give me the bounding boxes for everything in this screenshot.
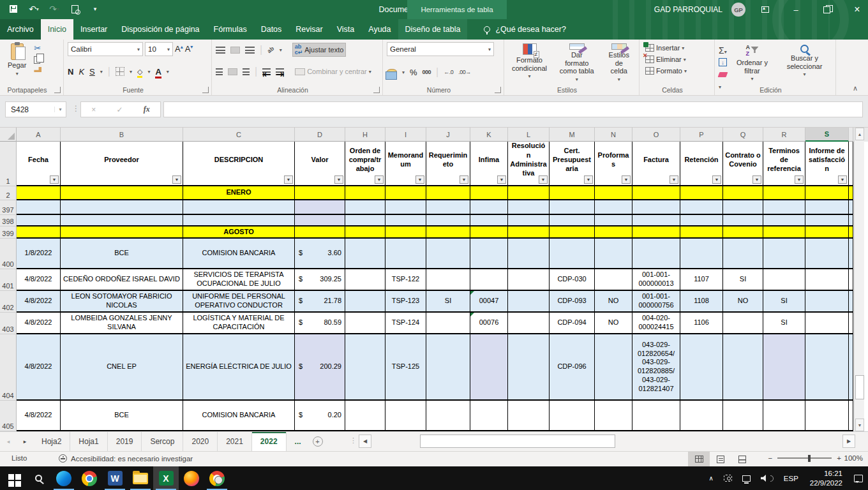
cell-J397[interactable] — [426, 200, 470, 215]
cell-I400[interactable] — [385, 239, 426, 269]
cell-L397[interactable] — [508, 200, 550, 215]
name-box[interactable]: S428 ▾ — [5, 101, 66, 117]
font-dialog-launcher[interactable] — [202, 87, 209, 93]
cell-R399[interactable] — [763, 226, 805, 239]
ribbon-tab-diseño-de-tabla[interactable]: Diseño de tabla — [398, 19, 468, 40]
ribbon-tab-inicio[interactable]: Inicio — [41, 19, 73, 40]
table-header-L[interactable]: Resolución Administrativa▼ — [508, 142, 550, 186]
table-header-H[interactable]: Orden de compra/trabajo▼ — [345, 142, 385, 186]
orientation-icon[interactable]: ab — [266, 45, 275, 54]
cell-O401[interactable]: 001-​001-​000000013 — [632, 269, 680, 291]
hscroll-left-icon[interactable]: ◀ — [359, 434, 371, 448]
cancel-icon[interactable]: × — [91, 105, 96, 114]
filter-button[interactable]: ▼ — [334, 175, 343, 184]
minimize-icon[interactable]: – — [785, 0, 807, 19]
cell-H403[interactable] — [345, 313, 385, 334]
cell-B397[interactable] — [61, 200, 183, 215]
cell-R402[interactable]: SI — [763, 291, 805, 313]
row-header-404[interactable]: 404 — [0, 334, 17, 401]
cell-P405[interactable] — [680, 401, 723, 431]
cell-I401[interactable]: TSP-​122 — [385, 269, 426, 291]
merge-center-button[interactable]: Combinar y centrar▾ — [293, 67, 373, 76]
action-center-icon[interactable] — [849, 466, 868, 490]
cell-D403[interactable]: $80.59 — [295, 313, 345, 334]
bold-button[interactable]: N — [68, 67, 73, 77]
sheetbar-grip[interactable]: ⋮ — [350, 436, 357, 445]
column-header-B[interactable]: B — [61, 128, 183, 142]
sheet-nav-left-icon[interactable]: ◂ — [0, 432, 17, 451]
filter-button[interactable]: ▼ — [460, 175, 468, 184]
ribbon-tab-revisar[interactable]: Revisar — [288, 19, 329, 40]
copy-icon[interactable] — [34, 56, 40, 64]
cell-L404[interactable] — [508, 334, 550, 401]
cell-P397[interactable] — [680, 200, 723, 215]
format-painter-icon[interactable] — [34, 67, 41, 72]
account-name[interactable]: GAD PARROQUIAL — [654, 5, 722, 14]
cell-A402[interactable]: 4/​8/​2022 — [17, 291, 61, 313]
cell-Q397[interactable] — [723, 200, 763, 215]
cell-Q399[interactable] — [723, 226, 763, 239]
cell-M399[interactable] — [550, 226, 595, 239]
cell-Q402[interactable]: NO — [723, 291, 763, 313]
cell-M2[interactable] — [550, 186, 595, 200]
ribbon-tab-fórmulas[interactable]: Fórmulas — [207, 19, 254, 40]
table-header-C[interactable]: DESCRIPCION▼ — [183, 142, 295, 186]
cell-M404[interactable]: CDP-​096 — [550, 334, 595, 401]
row-header-403[interactable]: 403 — [0, 313, 17, 334]
borders-icon[interactable] — [116, 67, 124, 76]
taskbar-firefox-icon[interactable] — [179, 466, 204, 490]
cell-S401[interactable] — [805, 269, 849, 291]
cell-B400[interactable]: BCE — [61, 239, 183, 269]
increase-font-icon[interactable]: A▴ — [175, 44, 183, 54]
format-as-table-button[interactable]: Dar formato como tabla▾ — [555, 42, 599, 84]
delete-cells-button[interactable]: Eliminar▾ — [643, 55, 710, 64]
cell-A404[interactable]: 4/​8/​2022 — [17, 334, 61, 401]
tray-expand-icon[interactable]: ∧ — [703, 466, 718, 490]
sheet-tab-2021[interactable]: 2021 — [218, 432, 252, 451]
cell-B405[interactable]: BCE — [61, 401, 183, 431]
cell-A398[interactable] — [17, 215, 61, 226]
filter-button[interactable]: ▼ — [670, 175, 678, 184]
cell-S397[interactable] — [805, 200, 849, 215]
cell-R398[interactable] — [763, 215, 805, 226]
insert-function-icon[interactable]: fx — [144, 105, 150, 114]
column-header-P[interactable]: P — [680, 128, 723, 142]
column-header-L[interactable]: L — [508, 128, 550, 142]
cell-L400[interactable] — [508, 239, 550, 269]
cell-N398[interactable] — [595, 215, 632, 226]
taskbar-excel-icon[interactable]: X — [153, 466, 179, 490]
cell-K405[interactable] — [470, 401, 508, 431]
ribbon-tab-insertar[interactable]: Insertar — [73, 19, 114, 40]
font-name-combo[interactable]: Calibri▾ — [68, 42, 143, 56]
cell-K402[interactable]: 00047 — [470, 291, 508, 313]
cell-J405[interactable] — [426, 401, 470, 431]
cell-M398[interactable] — [550, 215, 595, 226]
table-header-N[interactable]: Proformas▼ — [595, 142, 632, 186]
cell-K399[interactable] — [470, 226, 508, 239]
align-bottom-icon[interactable] — [245, 47, 255, 54]
column-header-K[interactable]: K — [470, 128, 508, 142]
filter-button[interactable]: ▼ — [415, 175, 424, 184]
sheet-nav-right-icon[interactable]: ▸ — [17, 432, 33, 451]
align-top-icon[interactable] — [216, 47, 225, 54]
cell-P404[interactable] — [680, 334, 723, 401]
cell-K2[interactable] — [470, 186, 508, 200]
fill-icon[interactable]: ↓ — [719, 58, 727, 66]
cell-K401[interactable] — [470, 269, 508, 291]
sheet-tab-overflow[interactable]: ... — [287, 432, 310, 451]
cell-J2[interactable] — [426, 186, 470, 200]
table-header-S[interactable]: Informe de satisfacción▼ — [805, 142, 849, 186]
insert-cells-button[interactable]: Insertar▾ — [643, 43, 710, 52]
scroll-up-icon[interactable]: ▲ — [855, 128, 864, 140]
conditional-formatting-button[interactable]: Formato condicional▾ — [508, 42, 551, 84]
sort-filter-button[interactable]: AZ Ordenar y filtrar▾ — [731, 43, 774, 84]
cell-O2[interactable] — [632, 186, 680, 200]
collapse-ribbon-icon[interactable]: ∧ — [853, 84, 858, 93]
filter-button[interactable]: ▼ — [584, 175, 593, 184]
cell-B399[interactable] — [61, 226, 183, 239]
zoom-percent[interactable]: 100% — [844, 454, 863, 462]
italic-button[interactable]: K — [79, 67, 84, 77]
row-header-400[interactable]: 400 — [0, 239, 17, 269]
cell-O397[interactable] — [632, 200, 680, 215]
ribbon-tab-vista[interactable]: Vista — [330, 19, 362, 40]
